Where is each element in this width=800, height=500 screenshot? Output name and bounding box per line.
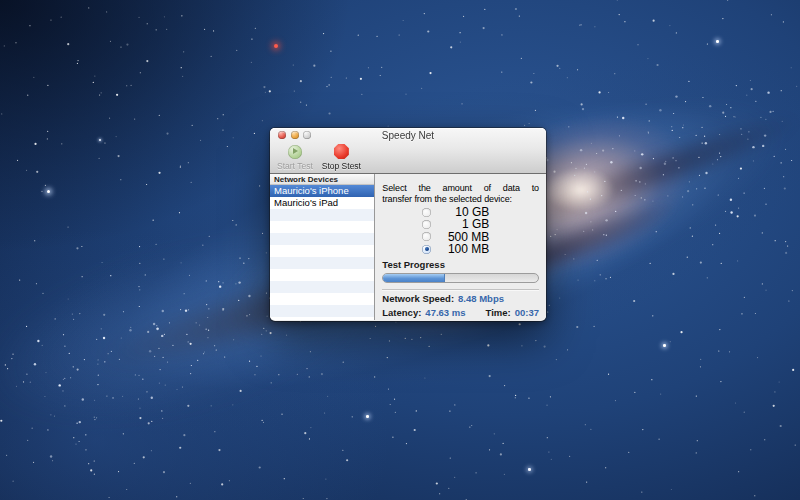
zoom-button <box>303 131 311 139</box>
test-progress-label: Test Progress <box>382 259 539 270</box>
time-value: 00:37 <box>515 306 539 320</box>
device-list-header: Network Devices <box>270 174 374 185</box>
stats-block: Network Speed: 8.48 Mbps Latency: 47.63 … <box>382 292 539 319</box>
bright-star <box>366 415 369 418</box>
instruction-line1: Select the amount of data to <box>382 183 539 194</box>
icon-wrap <box>334 143 349 160</box>
instruction-line2: transfer from the selected device: <box>382 194 539 205</box>
radio-icon[interactable] <box>422 208 431 217</box>
title-bar[interactable]: Speedy Net <box>270 128 546 142</box>
bright-star <box>663 344 666 347</box>
device-row-empty <box>270 305 374 317</box>
start-test-label: Start Test <box>277 161 313 171</box>
device-row-ipad[interactable]: Mauricio's iPad <box>270 197 374 209</box>
progress-bar <box>382 273 539 283</box>
stats-separator <box>382 289 539 290</box>
window-content: Network Devices Mauricio's iPhone Mauric… <box>270 174 546 320</box>
device-row-empty <box>270 257 374 269</box>
desktop-wallpaper: Speedy Net Start Test Stop Stest <box>0 0 800 500</box>
option-10gb[interactable]: 10 GB <box>422 206 539 218</box>
time-label: Time: <box>486 306 511 320</box>
red-star <box>274 44 278 48</box>
network-speed-value: 8.48 Mbps <box>458 292 504 306</box>
device-row-empty <box>270 281 374 293</box>
option-1gb[interactable]: 1 GB <box>422 218 539 230</box>
bright-star <box>47 190 50 193</box>
device-row-empty <box>270 293 374 305</box>
close-button[interactable] <box>278 131 286 139</box>
device-row-empty <box>270 269 374 281</box>
device-row-empty <box>270 317 374 320</box>
progress-bar-fill <box>383 274 445 282</box>
device-list: Network Devices Mauricio's iPhone Mauric… <box>270 174 375 320</box>
bright-star <box>716 40 719 43</box>
stop-test-button[interactable]: Stop Stest <box>322 142 361 173</box>
option-100mb[interactable]: 100 MB <box>422 243 539 255</box>
radio-icon[interactable] <box>422 220 431 229</box>
option-500mb[interactable]: 500 MB <box>422 231 539 243</box>
device-row-empty <box>270 209 374 221</box>
device-row-empty <box>270 245 374 257</box>
toolbar: Start Test Stop Stest <box>270 142 546 173</box>
stop-test-label: Stop Stest <box>322 161 361 171</box>
latency-label: Latency: <box>382 306 421 320</box>
latency-time-line: Latency: 47.63 ms Time: 00:37 <box>382 306 539 320</box>
device-row-empty <box>270 221 374 233</box>
window-chrome: Speedy Net Start Test Stop Stest <box>270 128 546 174</box>
minimize-button[interactable] <box>291 131 299 139</box>
transfer-panel: Select the amount of data to transfer fr… <box>375 174 546 320</box>
device-row-empty <box>270 233 374 245</box>
option-label: 100 MB <box>431 242 489 256</box>
spacer <box>470 306 482 320</box>
start-test-button[interactable]: Start Test <box>277 142 313 173</box>
window-controls <box>278 131 311 139</box>
radio-icon[interactable] <box>422 232 431 241</box>
speedy-net-window: Speedy Net Start Test Stop Stest <box>270 128 546 321</box>
bright-star <box>528 468 531 471</box>
data-amount-options: 10 GB 1 GB 500 MB 100 MB <box>382 206 539 255</box>
network-speed-label: Network Speed: <box>382 292 454 306</box>
radio-icon-selected[interactable] <box>422 245 431 254</box>
icon-wrap <box>288 143 302 160</box>
device-row-iphone[interactable]: Mauricio's iPhone <box>270 185 374 197</box>
latency-value: 47.63 ms <box>425 306 465 320</box>
network-speed-line: Network Speed: 8.48 Mbps <box>382 292 539 306</box>
stop-icon <box>334 144 349 159</box>
bright-star <box>99 139 101 141</box>
play-icon <box>288 145 302 159</box>
instruction-text: Select the amount of data to transfer fr… <box>382 183 539 204</box>
window-title: Speedy Net <box>270 128 546 143</box>
